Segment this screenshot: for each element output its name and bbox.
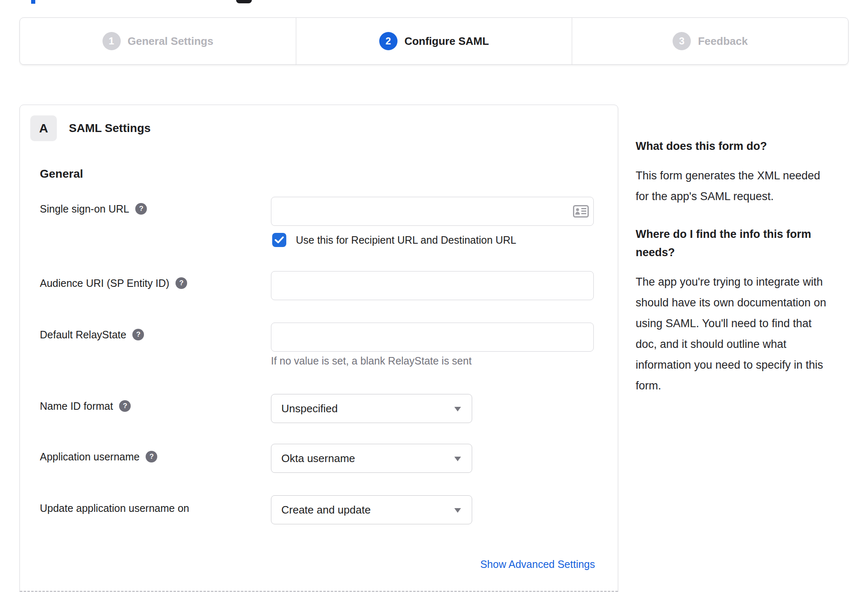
chevron-down-icon bbox=[454, 457, 461, 461]
update-username-value: Create and update bbox=[281, 504, 371, 516]
audience-uri-label: Audience URI (SP Entity ID) bbox=[40, 277, 169, 289]
sidebar-answer-1: This form generates the XML needed for t… bbox=[636, 165, 845, 207]
update-username-label: Update application username on bbox=[40, 502, 189, 514]
step-configure-saml[interactable]: 2 Configure SAML bbox=[296, 18, 572, 64]
sidebar-answer-2: The app you're trying to integrate with … bbox=[636, 272, 845, 396]
panel-title: SAML Settings bbox=[69, 115, 151, 141]
recipient-url-checkbox-label: Use this for Recipient URL and Destinati… bbox=[296, 234, 516, 246]
page-title-remnant bbox=[31, 0, 35, 4]
step-label: Feedback bbox=[698, 35, 748, 48]
name-id-format-select[interactable]: Unspecified bbox=[271, 394, 472, 423]
relaystate-label-row: Default RelayState ? bbox=[40, 328, 144, 342]
saml-settings-panel: A SAML Settings General Single sign-on U… bbox=[20, 105, 618, 592]
step-number-badge: 1 bbox=[102, 32, 121, 50]
show-advanced-settings-link[interactable]: Show Advanced Settings bbox=[480, 558, 595, 570]
relaystate-label: Default RelayState bbox=[40, 329, 126, 341]
help-icon[interactable]: ? bbox=[176, 277, 187, 289]
help-icon[interactable]: ? bbox=[132, 329, 144, 340]
step-number-badge: 3 bbox=[673, 32, 691, 50]
audience-uri-label-row: Audience URI (SP Entity ID) ? bbox=[40, 276, 187, 290]
name-id-format-value: Unspecified bbox=[281, 402, 338, 415]
help-icon[interactable]: ? bbox=[146, 451, 157, 462]
app-username-label-row: Application username ? bbox=[40, 450, 157, 464]
app-username-select[interactable]: Okta username bbox=[271, 444, 472, 473]
step-general-settings[interactable]: 1 General Settings bbox=[20, 18, 296, 64]
chevron-down-icon bbox=[454, 407, 461, 411]
name-id-format-label: Name ID format bbox=[40, 400, 113, 412]
app-username-label: Application username bbox=[40, 451, 139, 463]
recipient-url-checkbox[interactable] bbox=[272, 233, 286, 247]
relaystate-hint: If no value is set, a blank RelayState i… bbox=[271, 355, 472, 367]
sidebar-question-1: What does this form do? bbox=[636, 137, 845, 155]
name-id-format-label-row: Name ID format ? bbox=[40, 399, 131, 413]
wizard-stepper: 1 General Settings 2 Configure SAML 3 Fe… bbox=[20, 17, 848, 65]
update-username-label-row: Update application username on bbox=[40, 501, 189, 515]
sso-url-label: Single sign-on URL bbox=[40, 203, 129, 215]
sidebar-question-2: Where do I find the info this form needs… bbox=[636, 225, 845, 262]
general-heading: General bbox=[40, 167, 83, 181]
app-username-value: Okta username bbox=[281, 452, 355, 465]
audience-uri-input[interactable] bbox=[271, 271, 594, 300]
step-number-badge: 2 bbox=[379, 32, 397, 50]
chevron-down-icon bbox=[454, 508, 461, 513]
help-icon[interactable]: ? bbox=[119, 400, 131, 412]
help-icon[interactable]: ? bbox=[135, 203, 147, 215]
step-label: General Settings bbox=[128, 35, 214, 48]
step-feedback[interactable]: 3 Feedback bbox=[572, 18, 848, 64]
step-label: Configure SAML bbox=[405, 35, 489, 48]
update-username-select[interactable]: Create and update bbox=[271, 495, 472, 524]
help-sidebar: What does this form do? This form genera… bbox=[636, 137, 845, 396]
recipient-url-checkbox-row: Use this for Recipient URL and Destinati… bbox=[272, 233, 516, 247]
lock-icon-remnant bbox=[236, 0, 252, 3]
sso-url-input[interactable] bbox=[271, 197, 594, 226]
autofill-contact-icon[interactable] bbox=[572, 204, 590, 219]
relaystate-input[interactable] bbox=[271, 323, 594, 352]
sso-url-label-row: Single sign-on URL ? bbox=[40, 202, 147, 216]
section-a-badge: A bbox=[30, 115, 57, 141]
